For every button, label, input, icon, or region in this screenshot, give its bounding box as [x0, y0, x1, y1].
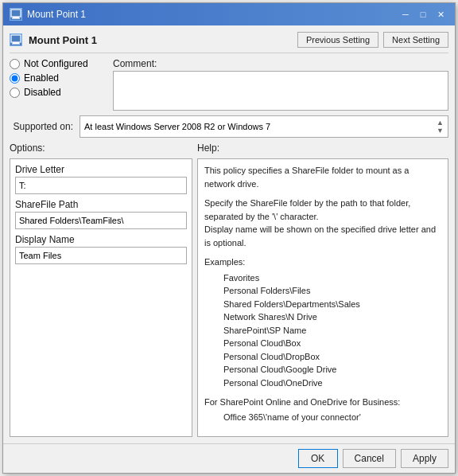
help-examples-list: Favorites Personal Folders\Files Shared …: [223, 271, 441, 390]
close-button[interactable]: ✕: [433, 7, 448, 21]
drive-letter-group: Drive Letter: [15, 164, 187, 194]
header-icon: [10, 33, 22, 46]
supported-value: At least Windows Server 2008 R2 or Windo…: [80, 115, 448, 138]
example-6: Personal Cloud\Box: [223, 337, 441, 350]
supported-text: At least Windows Server 2008 R2 or Windo…: [84, 122, 270, 131]
drive-letter-input[interactable]: [15, 177, 187, 194]
svg-rect-3: [11, 35, 21, 42]
header-title: Mount Point 1: [29, 34, 97, 46]
help-paragraph1: This policy specifies a ShareFile folder…: [204, 164, 441, 190]
apply-button[interactable]: Apply: [401, 449, 448, 468]
enabled-label: Enabled: [24, 72, 59, 84]
help-examples-label: Examples:: [204, 256, 441, 269]
sharefile-path-group: ShareFile Path: [15, 199, 187, 229]
cancel-button[interactable]: Cancel: [343, 449, 396, 468]
title-bar-left: Mount Point 1: [10, 8, 86, 21]
enabled-option[interactable]: Enabled: [10, 72, 105, 84]
example-7: Personal Cloud\DropBox: [223, 350, 441, 364]
title-bar-controls: ─ □ ✕: [398, 7, 448, 21]
content-area: Mount Point 1 Previous Setting Next Sett…: [3, 25, 455, 443]
title-bar: Mount Point 1 ─ □ ✕: [3, 3, 455, 25]
display-name-label: Display Name: [15, 234, 187, 245]
options-section-label: Options:: [10, 142, 192, 154]
example-4: Network Shares\N Drive: [223, 310, 441, 324]
ok-button[interactable]: OK: [298, 449, 338, 468]
scroll-arrows: ▲▼: [437, 119, 444, 135]
example-1: Favorites: [223, 271, 441, 285]
disabled-radio[interactable]: [10, 88, 20, 98]
example-3: Shared Folders\Departments\Sales: [223, 298, 441, 311]
display-name-group: Display Name: [15, 234, 187, 264]
comment-label: Comment:: [113, 58, 448, 69]
drive-letter-label: Drive Letter: [15, 164, 187, 175]
window: Mount Point 1 ─ □ ✕ Mount Point 1: [2, 2, 456, 474]
top-header-left: Mount Point 1: [10, 33, 97, 46]
next-setting-button[interactable]: Next Setting: [383, 32, 448, 48]
disabled-option[interactable]: Disabled: [10, 87, 105, 98]
supported-row: Supported on: At least Windows Server 20…: [10, 115, 448, 138]
example-5: SharePoint\SP Name: [223, 324, 441, 337]
previous-setting-button[interactable]: Previous Setting: [297, 32, 378, 48]
panels-row: Drive Letter ShareFile Path Display Name…: [10, 158, 448, 437]
nav-buttons: Previous Setting Next Setting: [297, 32, 448, 48]
display-name-input[interactable]: [15, 247, 187, 264]
not-configured-option[interactable]: Not Configured: [10, 58, 105, 69]
supported-label: Supported on:: [10, 121, 73, 132]
enabled-radio[interactable]: [10, 73, 20, 84]
middle-section: Not Configured Enabled Disabled Comment:: [10, 58, 448, 111]
help-paragraph2: Specify the ShareFile folder by the path…: [204, 197, 441, 249]
sections-row: Options: Help:: [10, 142, 448, 154]
help-sharep-example: Office 365\'name of your connector': [223, 411, 441, 424]
top-header: Mount Point 1 Previous Setting Next Sett…: [10, 32, 448, 53]
not-configured-radio[interactable]: [10, 59, 20, 69]
comment-area: Comment:: [113, 58, 448, 111]
help-panel: This policy specifies a ShareFile folder…: [197, 158, 448, 437]
svg-rect-0: [11, 10, 21, 17]
maximize-button[interactable]: □: [415, 7, 431, 21]
example-2: Personal Folders\Files: [223, 284, 441, 298]
example-8: Personal Cloud\Google Drive: [223, 363, 441, 377]
comment-textarea[interactable]: [113, 71, 448, 111]
sharefile-path-input[interactable]: [15, 212, 187, 229]
help-section-label: Help:: [197, 142, 219, 154]
minimize-button[interactable]: ─: [398, 7, 413, 21]
window-icon: [10, 8, 22, 21]
help-sharep-label: For SharePoint Online and OneDrive for B…: [204, 396, 441, 409]
options-panel: Drive Letter ShareFile Path Display Name: [10, 158, 192, 437]
window-title: Mount Point 1: [27, 9, 86, 20]
not-configured-label: Not Configured: [24, 58, 88, 69]
bottom-bar: OK Cancel Apply: [3, 443, 455, 473]
example-9: Personal Cloud\OneDrive: [223, 377, 441, 390]
disabled-label: Disabled: [24, 87, 61, 98]
radio-group: Not Configured Enabled Disabled: [10, 58, 105, 111]
sharefile-path-label: ShareFile Path: [15, 199, 187, 210]
